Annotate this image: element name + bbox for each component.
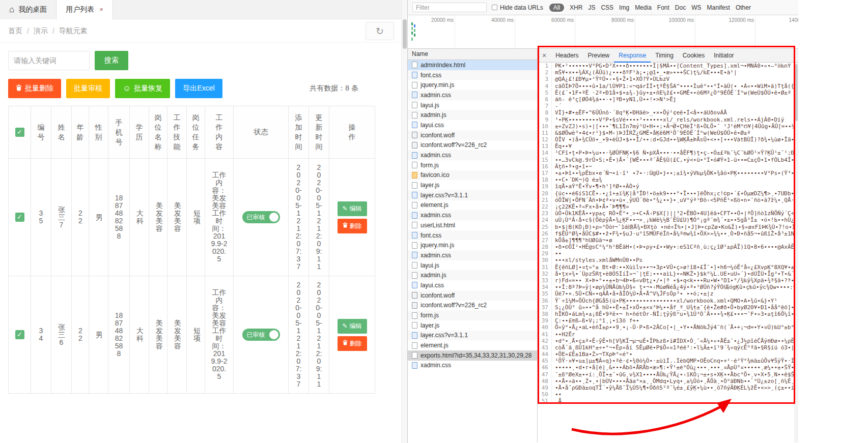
request-row[interactable]: adminIndex.html [408, 60, 537, 70]
response-line: 29•• [538, 250, 798, 257]
filter-chip-img[interactable]: Img [619, 4, 629, 11]
request-row[interactable]: xadmin.css [408, 210, 537, 220]
detail-tab-initiator[interactable]: Initiator [709, 49, 738, 63]
filter-chip-xhr[interactable]: XHR [570, 4, 582, 11]
request-row[interactable]: iconfont.woff [408, 130, 537, 140]
batch-review-button[interactable]: 批量审核 [66, 79, 110, 98]
status-toggle[interactable]: 已审核 [242, 329, 280, 341]
request-row[interactable]: layer.css?v=3.1.1 [408, 331, 537, 341]
column-header-label: 更新时间 [315, 113, 323, 152]
delete-button[interactable]: 删除 [338, 336, 367, 351]
breadcrumb-item[interactable]: 演示 [34, 26, 48, 36]
request-row[interactable]: layui.js [408, 260, 537, 271]
request-row[interactable]: font.css [408, 230, 537, 241]
detail-close-icon[interactable]: × [538, 51, 551, 60]
home-icon: ⌂ [9, 5, 14, 15]
detail-tab-timing[interactable]: Timing [651, 49, 678, 63]
request-row[interactable]: layui.css [408, 280, 537, 290]
request-row[interactable]: xadmin.js [408, 270, 537, 280]
request-row[interactable]: iconfont.woff?v=226_rc2 [408, 140, 537, 151]
left-scrollbar[interactable] [401, 0, 407, 443]
request-row[interactable]: form.js [408, 310, 537, 320]
request-row[interactable]: layui.css [408, 120, 537, 130]
filter-input[interactable] [412, 3, 487, 12]
timeline-gridline [455, 15, 455, 48]
breadcrumb-item[interactable]: 导航元素 [59, 26, 88, 36]
file-icon [412, 212, 417, 219]
detail-tab-preview[interactable]: Preview [583, 49, 614, 63]
left-scrollbar-thumb[interactable] [403, 19, 407, 49]
request-row[interactable]: layer.js [408, 180, 537, 190]
tab-close-icon[interactable]: × [99, 6, 103, 13]
row-checkbox[interactable]: ✓ [15, 330, 24, 339]
request-row[interactable]: xadmin.js [408, 110, 537, 120]
filter-chip-doc[interactable]: Doc [675, 4, 686, 11]
detail-tab-cookies[interactable]: Cookies [678, 49, 709, 63]
request-row[interactable]: xadmin.css [408, 150, 537, 160]
response-panel[interactable]: 1PK•¹••••••V°PG•D²X•••ð•••••••Í|§MÁ••[Co… [538, 63, 798, 442]
response-line: 2mŠ¥•×••¾ÁX¿(ÂÛü)¿•••ðºF¹à¡•¡@1•_•æ»••+Š… [538, 69, 798, 76]
hide-data-urls[interactable]: Hide data URLs [492, 4, 543, 11]
export-excel-button[interactable]: 导出Excel [175, 79, 222, 98]
request-row[interactable]: form.js [408, 160, 537, 170]
request-row[interactable]: element.js [408, 340, 537, 350]
delete-button[interactable]: 删除 [338, 219, 367, 233]
request-row[interactable]: layer.css?v=3.1.1 [408, 190, 537, 200]
network-timeline[interactable]: 20000 ms40000 ms60000 ms80000 ms100000 m… [408, 15, 798, 49]
request-row[interactable]: jquery.min.js [408, 240, 537, 250]
request-row[interactable]: xadmin.css [408, 361, 537, 371]
filter-chip-css[interactable]: CSS [601, 4, 613, 11]
edit-button[interactable]: ✎编辑 [338, 319, 367, 334]
batch-delete-button[interactable]: 批量删除 [8, 79, 61, 98]
select-all-checkbox[interactable]: ✓ [15, 128, 24, 137]
breadcrumb-item[interactable]: 首页 [8, 26, 22, 36]
filter-chip-font[interactable]: Font [657, 4, 669, 11]
request-row[interactable]: userList.html [408, 220, 537, 230]
request-row[interactable]: iconfont.woff [408, 290, 537, 301]
request-row[interactable]: layer.js [408, 320, 537, 331]
request-row[interactable]: font.css [408, 70, 537, 80]
search-button[interactable]: 搜索 [95, 51, 128, 70]
filter-chip-media[interactable]: Media [635, 4, 652, 11]
request-row[interactable]: iconfont.woff?v=226_rc2 [408, 301, 537, 311]
request-row[interactable]: xadmin.css [408, 250, 537, 260]
search-input[interactable] [8, 51, 90, 70]
column-header: 状态 [234, 106, 289, 159]
row-checkbox[interactable]: ✓ [15, 213, 24, 222]
name-column-header[interactable]: Name [408, 49, 537, 60]
batch-restore-button[interactable]: ☺ 批量恢复 [115, 79, 170, 98]
line-number: 43 [538, 344, 552, 351]
filter-chip-ws[interactable]: WS [691, 4, 701, 11]
response-line: 26f$ĒŪ°Ø¾•åÛC$#••ž•F¾•§uJ·u°î5MÛFéÎñ•å¼ª… [538, 230, 798, 237]
devtools-panel: Hide data URLs AllXHRJSCSSImgMediaFontDo… [407, 0, 798, 443]
request-row[interactable]: xadmin.css [408, 90, 537, 100]
request-row[interactable]: jquery.min.js [408, 80, 537, 90]
request-row[interactable]: exports.html?id=35,34,33,32,31,30,29,28 [408, 350, 537, 361]
response-scrollbar-thumb[interactable] [795, 64, 798, 121]
detail-tab-headers[interactable]: Headers [551, 49, 583, 63]
filter-chip-other[interactable]: Other [736, 4, 751, 11]
request-row[interactable]: layui.js [408, 100, 537, 110]
request-row[interactable]: favicon.ico [408, 170, 537, 181]
refresh-button[interactable]: ↻ [366, 22, 394, 40]
column-header-label: 手机号 [115, 118, 123, 147]
column-header-label: 岗位任务 [192, 113, 200, 152]
filter-chip-manifest[interactable]: Manifest [707, 4, 730, 11]
edit-button[interactable]: ✎编辑 [338, 201, 367, 216]
select-all-header-cell: ✓ [9, 106, 31, 159]
app-tab-0[interactable]: ⌂我的桌面 [0, 0, 57, 19]
response-line-text: {úc••é6íS1CĒ•-•¿î•±ï¾Ķ|å³ÎÐ!•ö±k9•••°•Ï•… [555, 190, 798, 197]
status-toggle[interactable]: 已审核 [242, 211, 280, 223]
response-line-text: •Å•å¯ρGÐä±oqTÏ´•ŷ¼Åß¯Ï¼Ú5¼¶•Óðñ5²ª¯¼é±¸£… [555, 385, 798, 391]
network-toolbar: Hide data URLs AllXHRJSCSSImgMediaFontDo… [408, 0, 798, 15]
response-line-text: óÖÏW|•ÖFN´Âñ•Þ¢ª•v•ù•¸ŷUÛ´0è•°¾¿••}•¸uV°… [555, 197, 798, 203]
hide-data-urls-checkbox[interactable] [492, 5, 497, 10]
filter-chip-all[interactable]: All [549, 4, 564, 12]
detail-tab-response[interactable]: Response [614, 49, 651, 63]
cell-task: 短项 [187, 159, 205, 276]
response-scrollbar[interactable] [794, 63, 798, 442]
request-row[interactable]: element.js [408, 200, 537, 211]
app-tab-1[interactable]: 用户列表× [57, 0, 113, 19]
file-icon [412, 72, 417, 78]
filter-chip-js[interactable]: JS [588, 4, 595, 11]
